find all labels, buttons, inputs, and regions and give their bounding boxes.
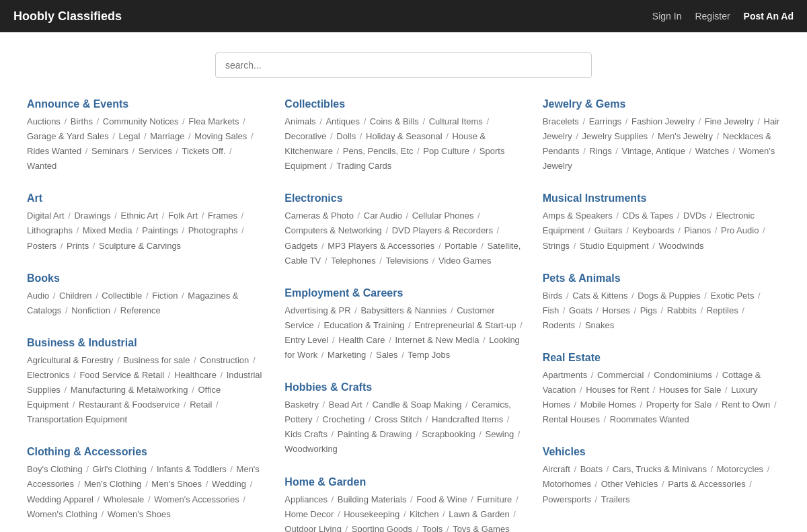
category-title[interactable]: Real Estate [543,352,780,364]
category-item[interactable]: Holiday & Seasonal [366,131,442,141]
category-item[interactable]: Cats & Kittens [572,291,627,301]
category-item[interactable]: Auctions [27,116,61,126]
category-item[interactable]: Internet & New Media [395,335,479,345]
category-item[interactable]: Decorative [284,131,326,141]
category-item[interactable]: Infants & Toddlers [157,464,227,474]
category-title[interactable]: Announce & Events [27,98,264,110]
category-item[interactable]: Strings [543,241,570,251]
category-item[interactable]: Kids Crafts [284,429,328,439]
category-item[interactable]: Construction [200,355,249,365]
category-item[interactable]: Seminars [91,146,128,156]
category-item[interactable]: Exotic Pets [710,291,754,301]
category-item[interactable]: DVD Players & Recorders [392,225,493,235]
category-item[interactable]: Goats [569,305,592,315]
category-item[interactable]: Rodents [543,320,575,330]
category-item[interactable]: Advertising & PR [284,305,350,315]
category-item[interactable]: Keyboards [632,225,674,235]
category-item[interactable]: Kitchen [410,509,438,519]
category-item[interactable]: Women's Shoes [108,509,171,519]
category-item[interactable]: Garage & Yard Sales [27,131,109,141]
category-item[interactable]: Animals [284,116,315,126]
category-title[interactable]: Employment & Careers [284,287,522,299]
category-item[interactable]: Crocheting [322,414,364,424]
category-item[interactable]: Birds [543,291,563,301]
category-item[interactable]: Fiction [152,291,178,301]
category-item[interactable]: Births [71,116,93,126]
category-item[interactable]: Roommates Wanted [610,414,689,424]
category-item[interactable]: Moving Sales [194,131,247,141]
category-item[interactable]: Woodworking [284,444,338,454]
category-item[interactable]: Portable [445,241,477,251]
category-item[interactable]: Men's Clothing [84,479,142,489]
category-item[interactable]: Babysitters & Nannies [360,305,447,315]
category-item[interactable]: Restaurant & Foodservice [79,400,180,410]
category-item[interactable]: Children [59,291,91,301]
category-item[interactable]: Motorhomes [543,479,591,489]
category-item[interactable]: Men's Jewelry [658,131,713,141]
category-item[interactable]: Fine Jewelry [705,116,754,126]
category-item[interactable]: Cars, Trucks & Minivans [613,464,707,474]
category-item[interactable]: Mobile Homes [580,400,636,410]
category-item[interactable]: Men's Shoes [151,479,202,489]
category-item[interactable]: Boats [580,464,603,474]
category-item[interactable]: Cross Stitch [375,414,422,424]
category-item[interactable]: Snakes [585,320,614,330]
category-item[interactable]: Nonfiction [71,305,110,315]
category-item[interactable]: Food Service & Retail [79,370,164,380]
category-item[interactable]: Pro Audio [721,225,759,235]
category-item[interactable]: Rent to Own [722,400,770,410]
category-item[interactable]: Bracelets [543,116,579,126]
category-item[interactable]: Studio Equipment [580,241,649,251]
category-item[interactable]: Toys & Games [453,524,510,532]
category-item[interactable]: Temp Jobs [408,350,450,360]
category-item[interactable]: Sales [376,350,398,360]
category-title[interactable]: Clothing & Accessories [27,446,264,458]
category-item[interactable]: Motorcycles [717,464,763,474]
category-item[interactable]: Health Care [338,335,385,345]
category-item[interactable]: Agricultural & Forestry [27,355,114,365]
category-item[interactable]: Boy's Clothing [27,464,83,474]
category-title[interactable]: Home & Garden [284,476,522,488]
post-ad-link[interactable]: Post An Ad [744,11,794,22]
category-item[interactable]: Scrapbooking [422,429,475,439]
category-item[interactable]: Food & Wine [416,494,467,504]
category-item[interactable]: Electronics [27,370,70,380]
category-item[interactable]: Dolls [336,131,356,141]
sign-in-link[interactable]: Sign In [652,11,682,22]
category-item[interactable]: Coins & Bills [370,116,419,126]
category-item[interactable]: Lawn & Garden [449,509,509,519]
category-title[interactable]: Books [27,272,264,284]
category-item[interactable]: Photographs [188,225,238,235]
category-item[interactable]: Housekeeping [344,509,399,519]
category-title[interactable]: Collectibles [284,98,522,110]
category-item[interactable]: Vintage, Antique [622,146,685,156]
register-link[interactable]: Register [695,11,730,22]
category-item[interactable]: Mixed Media [83,225,132,235]
category-item[interactable]: Cultural Items [429,116,483,126]
category-item[interactable]: Candle & Soap Making [372,400,461,410]
category-item[interactable]: Video Games [438,256,492,266]
category-item[interactable]: Marketing [328,350,366,360]
category-title[interactable]: Business & Industrial [27,337,264,349]
category-item[interactable]: Lithographs [27,225,73,235]
category-item[interactable]: Wedding Apparel [27,494,93,504]
category-item[interactable]: Handcrafted Items [432,414,503,424]
category-item[interactable]: Bead Art [329,400,362,410]
category-item[interactable]: Posters [27,241,56,251]
category-item[interactable]: Flea Markets [188,116,239,126]
category-item[interactable]: Wedding [212,479,246,489]
category-item[interactable]: Apartments [543,370,587,380]
category-item[interactable]: Pianos [684,225,711,235]
category-item[interactable]: Frames [208,211,237,221]
category-item[interactable]: Guitars [594,225,623,235]
category-item[interactable]: Fish [543,305,560,315]
category-item[interactable]: Houses for Rent [586,385,649,395]
category-item[interactable]: Painting & Drawing [338,429,412,439]
category-item[interactable]: Rings [589,146,611,156]
category-item[interactable]: Audio [27,291,49,301]
category-item[interactable]: Sculpture & Carvings [99,241,181,251]
site-title[interactable]: Hoobly Classifieds [13,9,122,24]
category-item[interactable]: Prints [67,241,89,251]
category-item[interactable]: Aircraft [543,464,570,474]
category-item[interactable]: Marriage [150,131,184,141]
